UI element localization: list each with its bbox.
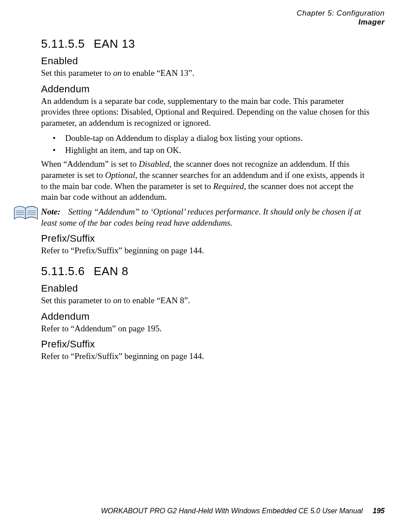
- text-emphasis: on: [113, 68, 121, 78]
- subheading-enabled-ean13: Enabled: [41, 55, 372, 67]
- page-number: 195: [373, 507, 385, 515]
- subheading-addendum-ean8: Addendum: [41, 311, 372, 322]
- para-enabled-ean13: Set this parameter to on to enable “EAN …: [41, 68, 372, 79]
- text-fragment: Double-tap on: [65, 133, 116, 143]
- header-section: Imager: [13, 18, 385, 27]
- text-emphasis: Disabled: [139, 159, 170, 169]
- note-label: Note:: [41, 206, 66, 218]
- text-fragment: Highlight an item, and tap on: [65, 145, 166, 155]
- section-title: EAN 8: [94, 264, 129, 278]
- text-bold: OK: [166, 145, 178, 155]
- footer: WORKABOUT PRO G2 Hand-Held With Windows …: [13, 507, 385, 515]
- section-number: 5.11.5.6: [41, 264, 85, 278]
- section-title: EAN 13: [94, 37, 135, 50]
- section-heading-ean8: 5.11.5.6EAN 8: [41, 264, 372, 278]
- text-fragment: .: [179, 145, 181, 155]
- para-addendum-modes: When “Addendum” is set to Disabled, the …: [41, 159, 372, 203]
- section-heading-ean13: 5.11.5.5EAN 13: [41, 37, 372, 51]
- para-prefix-suffix-ean13: Refer to “Prefix/Suffix” beginning on pa…: [41, 245, 372, 256]
- running-header: Chapter 5: Configuration Imager: [13, 9, 385, 26]
- header-chapter: Chapter 5: Configuration: [13, 9, 385, 18]
- text-emphasis: on: [113, 296, 121, 305]
- para-addendum-ean8: Refer to “Addendum” on page 195.: [41, 323, 372, 334]
- text-fragment: to enable “EAN 13”.: [121, 68, 194, 78]
- text-fragment: to display a dialog box listing your opt…: [153, 133, 303, 143]
- content-area: 5.11.5.5EAN 13 Enabled Set this paramete…: [41, 37, 372, 362]
- footer-title: WORKABOUT PRO G2 Hand-Held With Windows …: [101, 507, 363, 515]
- para-addendum-intro: An addendum is a separate bar code, supp…: [41, 96, 372, 129]
- text-emphasis: Required: [213, 181, 244, 191]
- list-item: Double-tap on Addendum to display a dial…: [41, 132, 372, 144]
- note-block: Note: Setting “Addendum” to ‘Optional’ r…: [41, 206, 372, 228]
- subheading-addendum-ean13: Addendum: [41, 83, 372, 95]
- subheading-prefix-suffix-ean8: Prefix/Suffix: [41, 338, 372, 350]
- list-item: Highlight an item, and tap on OK.: [41, 144, 372, 156]
- header-section-text: Imager: [358, 18, 385, 26]
- book-icon: [13, 206, 38, 222]
- text-fragment: Set this parameter to: [41, 68, 113, 78]
- text-emphasis: Optional: [105, 170, 136, 180]
- para-enabled-ean8: Set this parameter to on to enable “EAN …: [41, 295, 372, 306]
- subheading-enabled-ean8: Enabled: [41, 283, 372, 294]
- text-fragment: Set this parameter to: [41, 296, 113, 305]
- para-prefix-suffix-ean8: Refer to “Prefix/Suffix” beginning on pa…: [41, 351, 372, 362]
- note-text: Note: Setting “Addendum” to ‘Optional’ r…: [41, 206, 372, 228]
- section-number: 5.11.5.5: [41, 37, 85, 50]
- subheading-prefix-suffix-ean13: Prefix/Suffix: [41, 233, 372, 244]
- note-body: Setting “Addendum” to ‘Optional’ reduces…: [41, 207, 361, 227]
- addendum-steps-list: Double-tap on Addendum to display a dial…: [41, 132, 372, 156]
- text-fragment: to enable “EAN 8”.: [121, 296, 190, 305]
- page: Chapter 5: Configuration Imager 5.11.5.5…: [0, 0, 398, 532]
- text-fragment: When “Addendum” is set to: [41, 159, 139, 169]
- text-bold: Addendum: [116, 133, 153, 143]
